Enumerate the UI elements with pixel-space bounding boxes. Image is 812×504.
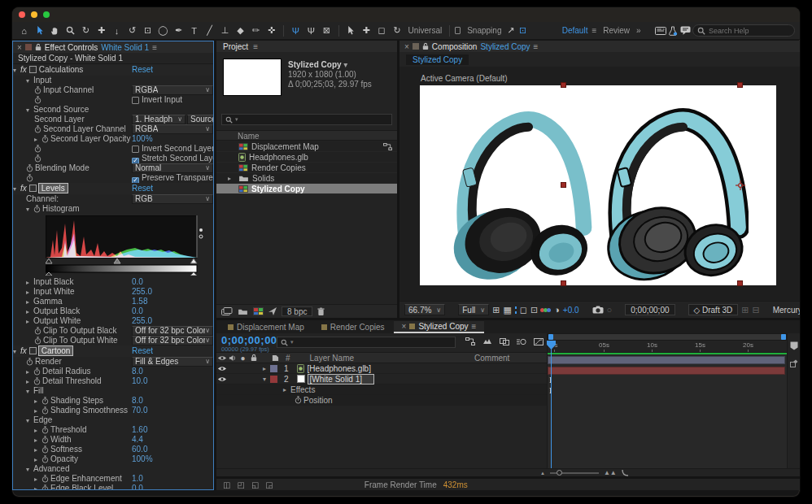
- effect-enabled-icon[interactable]: [29, 66, 37, 73]
- property-checkbox[interactable]: Invert Second Layer: [132, 144, 213, 153]
- property-value[interactable]: 0.0: [132, 277, 143, 286]
- project-item-name[interactable]: Stylized Copy: [288, 60, 342, 69]
- workspace-more-icon[interactable]: »: [636, 26, 641, 35]
- zoom-window-button[interactable]: [43, 11, 50, 18]
- project-item-stylized-copy[interactable]: Stylized Copy: [216, 184, 397, 194]
- property-value[interactable]: 100%: [132, 454, 153, 463]
- effect-header-cartoon[interactable]: ▾fxCartoonReset: [13, 345, 213, 357]
- lock-icon[interactable]: [35, 43, 41, 51]
- curve-icon[interactable]: [622, 469, 629, 476]
- property-dropdown[interactable]: RGBA∨: [132, 124, 213, 134]
- tab-close-icon[interactable]: ×: [402, 322, 407, 331]
- layer-row-2[interactable]: ▾2[White Solid 1]: [216, 374, 547, 385]
- layer-duration-bar[interactable]: [548, 356, 785, 364]
- property-dropdown[interactable]: Off for 32 bpc Color∨: [132, 326, 213, 336]
- comment-column[interactable]: Comment: [474, 354, 509, 363]
- twirl-down-icon[interactable]: ▾: [13, 346, 20, 358]
- property-checkbox[interactable]: ✓Preserve Transparency: [132, 173, 213, 182]
- stopwatch-icon[interactable]: [41, 484, 50, 489]
- property-value[interactable]: 0.0: [132, 306, 143, 315]
- project-item-solids[interactable]: ▸Solids: [216, 173, 397, 184]
- property-dropdown[interactable]: RGB∨: [132, 194, 213, 204]
- rotation-tool[interactable]: ↺: [125, 24, 139, 37]
- timeline-tab-displacement-map[interactable]: Displacement Map: [220, 321, 312, 333]
- region-of-interest-icon[interactable]: [515, 306, 517, 314]
- add-tool[interactable]: ✚: [360, 24, 373, 37]
- orbit-camera-tool[interactable]: ↻: [79, 24, 93, 37]
- titlebar[interactable]: [12, 7, 800, 22]
- brush-cache-icon[interactable]: [790, 359, 798, 367]
- lock-icon[interactable]: [422, 42, 429, 50]
- tab-menu-icon[interactable]: ≡: [472, 322, 477, 331]
- region-of-interest-tool[interactable]: ⊡: [141, 24, 155, 37]
- effect-enabled-icon[interactable]: [29, 347, 37, 354]
- hand-tool[interactable]: [48, 24, 62, 37]
- interpret-footage-icon[interactable]: [268, 307, 277, 315]
- shy-icon[interactable]: [482, 337, 492, 345]
- grid-guides-icon[interactable]: ⊞: [492, 303, 500, 316]
- transparency-grid-icon[interactable]: ▦: [503, 303, 511, 316]
- stopwatch-icon[interactable]: [41, 406, 50, 415]
- crop-region-icon[interactable]: ⊡: [530, 303, 538, 316]
- resolution-dropdown[interactable]: Full∨: [458, 304, 489, 315]
- zoom-slider-thumb[interactable]: [557, 470, 562, 476]
- workspace-review[interactable]: Review: [603, 26, 630, 35]
- caret-down-icon[interactable]: ▾: [343, 60, 347, 69]
- stopwatch-icon[interactable]: [41, 135, 50, 143]
- property-dropdown[interactable]: Normal∨: [132, 163, 213, 173]
- panel-menu-icon[interactable]: ≡: [152, 43, 157, 52]
- playhead-line[interactable]: [551, 341, 552, 468]
- new-composition-icon[interactable]: [253, 307, 264, 315]
- label-color-swatch[interactable]: [270, 376, 277, 383]
- render-mini-icon[interactable]: ◰: [237, 480, 244, 489]
- project-name-column[interactable]: Name: [216, 130, 397, 141]
- timeline-zoom-slider[interactable]: [550, 472, 599, 474]
- trash-icon[interactable]: [317, 307, 325, 316]
- comp-marker-icon[interactable]: [790, 341, 798, 350]
- twirl-icon[interactable]: ▸: [283, 386, 290, 393]
- effect-name[interactable]: Calculations: [39, 65, 83, 74]
- selection-mini-tool[interactable]: [344, 24, 358, 37]
- workspace-default[interactable]: Default: [562, 26, 588, 35]
- composition-canvas[interactable]: [420, 85, 776, 285]
- feedback-bubble-icon[interactable]: [680, 24, 691, 37]
- layer-property-row-position[interactable]: Position: [216, 395, 547, 406]
- layer-name-column[interactable]: Layer Name: [310, 354, 354, 363]
- help-search-input[interactable]: [709, 27, 790, 35]
- frame-blend-icon[interactable]: [500, 337, 509, 345]
- label-color-swatch[interactable]: [270, 365, 277, 372]
- new-folder-icon[interactable]: [238, 308, 248, 315]
- property-value[interactable]: 0.0: [132, 484, 143, 489]
- home-tool[interactable]: ⌂: [17, 24, 31, 37]
- property-value[interactable]: 1.58: [132, 297, 147, 306]
- stopwatch-icon[interactable]: [26, 174, 35, 182]
- layer-name[interactable]: [Headphones.glb]: [308, 364, 371, 373]
- draft-3d-button[interactable]: ◇ Draft 3D: [688, 304, 739, 315]
- property-value[interactable]: 4.4: [132, 435, 143, 444]
- layer-duration-bar[interactable]: [548, 367, 785, 375]
- panel-close-icon[interactable]: ×: [17, 43, 22, 52]
- stopwatch-icon[interactable]: [41, 445, 50, 454]
- layer-handle[interactable]: [737, 280, 743, 286]
- effect-controls-tab[interactable]: × Effect Controls White Solid 1 ≡: [13, 41, 213, 53]
- mask-visibility-icon[interactable]: ◻: [520, 303, 527, 316]
- layer-property-row-effects[interactable]: ▸Effects: [216, 385, 547, 395]
- clone-stamp-tool[interactable]: ⊥: [218, 24, 232, 37]
- minimize-window-button[interactable]: [31, 11, 37, 18]
- eye-icon[interactable]: [216, 376, 227, 382]
- stopwatch-icon[interactable]: [41, 455, 50, 463]
- snap-adjacent-icon[interactable]: ↗: [505, 24, 516, 37]
- type-tool[interactable]: T: [187, 24, 201, 37]
- property-value[interactable]: 100%: [132, 134, 153, 143]
- snap-mini-icon[interactable]: ◫: [223, 480, 230, 489]
- effect-reset-link[interactable]: Reset: [132, 183, 153, 194]
- snap-features-icon[interactable]: ⊡: [517, 24, 528, 37]
- stopwatch-icon[interactable]: [34, 125, 43, 133]
- work-area-start-handle[interactable]: [548, 334, 553, 340]
- twirl-icon[interactable]: ▸: [259, 365, 270, 372]
- layer-dropdown[interactable]: 1. Headph∨: [132, 115, 186, 124]
- pan-camera-tool[interactable]: ✚: [94, 24, 108, 37]
- selection-tool[interactable]: [33, 24, 46, 37]
- levels-histogram[interactable]: [13, 214, 213, 277]
- stopwatch-icon[interactable]: [34, 327, 43, 335]
